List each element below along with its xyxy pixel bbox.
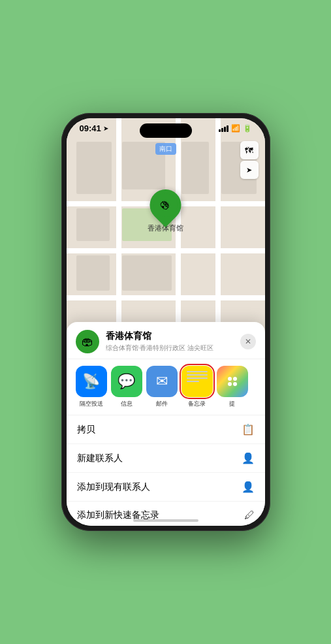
phone-frame: 09:41 ➤ 📶 🔋 bbox=[61, 113, 270, 531]
add-existing-label: 添加到现有联系人 bbox=[77, 481, 150, 493]
place-subtitle: 综合体育馆·香港特别行政区 油尖旺区 bbox=[106, 344, 240, 353]
messages-icon-box: 💬 bbox=[111, 366, 142, 397]
share-messages[interactable]: 💬 信息 bbox=[111, 366, 142, 408]
messages-icon: 💬 bbox=[118, 373, 135, 390]
dot1 bbox=[228, 377, 232, 381]
status-icons-group: 📶 🔋 bbox=[219, 124, 252, 133]
action-add-existing[interactable]: 添加到现有联系人 👤 bbox=[67, 473, 265, 502]
notes-line-2 bbox=[187, 374, 208, 376]
navigation-arrow-icon: ➤ bbox=[103, 125, 108, 132]
road-v1 bbox=[116, 118, 121, 355]
bar3 bbox=[224, 127, 226, 132]
place-emoji: 🏟 bbox=[82, 335, 93, 349]
wifi-icon: 📶 bbox=[231, 124, 240, 133]
home-indicator bbox=[133, 519, 198, 522]
mail-icon-box: ✉ bbox=[146, 366, 178, 397]
share-notes[interactable]: 备忘录 bbox=[181, 366, 213, 408]
bar1 bbox=[219, 129, 221, 132]
share-airdrop[interactable]: 📡 隔空投送 bbox=[76, 366, 107, 408]
share-row: 📡 隔空投送 💬 信息 ✉ 邮件 bbox=[67, 359, 265, 415]
place-icon: 🏟 bbox=[76, 330, 99, 353]
notes-line-1 bbox=[187, 371, 208, 372]
venue-icon: 🏟 bbox=[157, 197, 173, 213]
road-v3 bbox=[215, 118, 221, 355]
messages-label: 信息 bbox=[121, 400, 133, 408]
entrance-text: 南口 bbox=[159, 145, 172, 152]
location-button[interactable]: ➤ bbox=[240, 161, 259, 179]
notes-line-4 bbox=[187, 381, 199, 382]
map-type-button[interactable]: 🗺 bbox=[240, 141, 259, 159]
map-area[interactable]: 南口 🗺 ➤ 🏟 香港体育馆 bbox=[67, 118, 265, 355]
map-block-5 bbox=[122, 255, 172, 291]
map-type-icon: 🗺 bbox=[245, 146, 253, 155]
location-pin: 🏟 香港体育馆 bbox=[148, 189, 183, 233]
close-button[interactable]: ✕ bbox=[240, 334, 256, 349]
more-dots-row1 bbox=[228, 377, 237, 381]
pin-circle: 🏟 bbox=[144, 183, 188, 227]
airdrop-icon: 📡 bbox=[82, 373, 100, 390]
more-label: 提 bbox=[229, 400, 235, 408]
road-v2 bbox=[176, 118, 181, 355]
close-icon: ✕ bbox=[245, 337, 251, 346]
place-header: 🏟 香港体育馆 综合体育馆·香港特别行政区 油尖旺区 ✕ bbox=[67, 322, 265, 359]
notes-line-3 bbox=[187, 378, 208, 379]
place-info: 香港体育馆 综合体育馆·香港特别行政区 油尖旺区 bbox=[106, 330, 240, 353]
map-block-6 bbox=[181, 142, 210, 194]
dot2 bbox=[233, 377, 237, 381]
more-icon-box bbox=[217, 366, 248, 397]
map-block-1 bbox=[76, 142, 112, 194]
share-more[interactable]: 提 bbox=[217, 366, 248, 408]
map-block-4 bbox=[76, 255, 110, 291]
airdrop-label: 隔空投送 bbox=[80, 400, 103, 408]
add-existing-icon: 👤 bbox=[242, 481, 255, 493]
action-list: 拷贝 📋 新建联系人 👤 添加到现有联系人 👤 添加到新快速备忘录 🖊 打印 bbox=[67, 415, 265, 526]
map-block-3 bbox=[76, 208, 110, 242]
pin-inner: 🏟 bbox=[154, 193, 178, 217]
bar4 bbox=[227, 125, 229, 132]
mail-icon: ✉ bbox=[156, 373, 168, 390]
notes-lines-container bbox=[187, 371, 208, 382]
new-contact-icon: 👤 bbox=[242, 452, 255, 464]
map-entrance-label: 南口 bbox=[155, 143, 176, 155]
signal-bars bbox=[219, 125, 229, 132]
battery-icon: 🔋 bbox=[243, 124, 252, 133]
location-icon: ➤ bbox=[246, 166, 252, 174]
action-new-contact[interactable]: 新建联系人 👤 bbox=[67, 444, 265, 473]
phone-screen: 09:41 ➤ 📶 🔋 bbox=[67, 118, 265, 526]
bottom-sheet: 🏟 香港体育馆 综合体育馆·香港特别行政区 油尖旺区 ✕ 📡 隔空投送 bbox=[67, 322, 265, 526]
notes-label: 备忘录 bbox=[188, 400, 206, 408]
share-mail[interactable]: ✉ 邮件 bbox=[146, 366, 178, 408]
copy-label: 拷贝 bbox=[77, 424, 95, 436]
status-time: 09:41 bbox=[80, 123, 101, 133]
bar2 bbox=[221, 128, 223, 132]
map-controls: 🗺 ➤ bbox=[240, 141, 259, 179]
new-contact-label: 新建联系人 bbox=[77, 453, 123, 464]
road-h3 bbox=[67, 295, 265, 300]
dot3 bbox=[228, 382, 232, 386]
dynamic-island bbox=[140, 123, 192, 138]
notes-icon-box bbox=[181, 366, 213, 397]
copy-icon: 📋 bbox=[242, 423, 255, 436]
mail-label: 邮件 bbox=[156, 400, 168, 408]
action-copy[interactable]: 拷贝 📋 bbox=[67, 415, 265, 444]
more-dots-row2 bbox=[228, 382, 237, 386]
dot4 bbox=[233, 382, 237, 386]
place-name: 香港体育馆 bbox=[106, 330, 240, 342]
action-add-notes[interactable]: 添加到新快速备忘录 🖊 bbox=[67, 502, 265, 526]
road-h2 bbox=[67, 248, 265, 253]
airdrop-icon-box: 📡 bbox=[76, 366, 107, 397]
add-notes-icon: 🖊 bbox=[244, 509, 255, 521]
